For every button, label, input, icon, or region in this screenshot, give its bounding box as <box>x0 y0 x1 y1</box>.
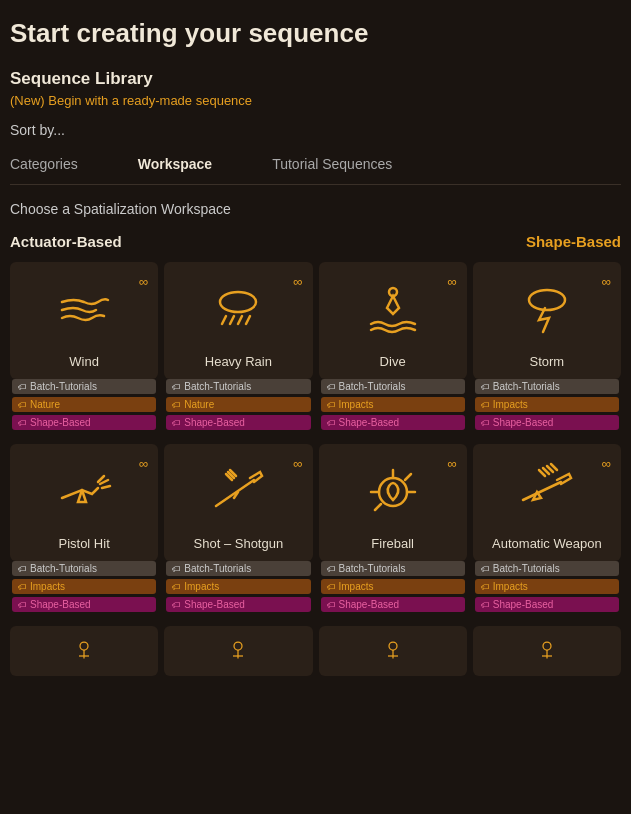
svg-line-19 <box>405 474 411 480</box>
card-shotgun-label: Shot – Shotgun <box>194 536 284 551</box>
rain-tag-nature[interactable]: 🏷Nature <box>166 397 310 412</box>
card-pistol-hit[interactable]: ∞ Pistol Hit 🏷Batch-Tutorials <box>10 444 158 616</box>
connect-icon-fireball: ∞ <box>447 456 456 471</box>
card-storm-inner[interactable]: ∞ Storm <box>473 262 621 379</box>
autoweapon-tag-batch[interactable]: 🏷Batch-Tutorials <box>475 561 619 576</box>
category-row: Actuator-Based Shape-Based <box>10 233 621 250</box>
page-title: Start creating your sequence <box>10 18 621 49</box>
rain-icon <box>208 280 268 340</box>
card-rain-icon-area: ∞ <box>170 270 306 350</box>
storm-tag-shape[interactable]: 🏷Shape-Based <box>475 415 619 430</box>
connect-icon-pistol: ∞ <box>139 456 148 471</box>
tag-icon: 🏷 <box>481 564 490 574</box>
storm-tag-impacts[interactable]: 🏷Impacts <box>475 397 619 412</box>
svg-line-8 <box>100 480 108 484</box>
card-bottom-4[interactable] <box>473 626 621 676</box>
card-auto-weapon[interactable]: ∞ Automatic Weapon <box>473 444 621 616</box>
card-pistol-label: Pistol Hit <box>58 536 109 551</box>
tag-icon: 🏷 <box>327 582 336 592</box>
card-fireball-inner[interactable]: ∞ Fireball <box>319 444 467 561</box>
autoweapon-tag-impacts[interactable]: 🏷Impacts <box>475 579 619 594</box>
connect-icon-storm: ∞ <box>602 274 611 289</box>
rain-tags: 🏷Batch-Tutorials 🏷Nature 🏷Shape-Based <box>164 379 312 434</box>
pistol-tag-impacts[interactable]: 🏷Impacts <box>12 579 156 594</box>
nav-tabs: Categories Workspace Tutorial Sequences <box>10 152 621 185</box>
rain-tag-batch[interactable]: 🏷Batch-Tutorials <box>166 379 310 394</box>
svg-line-25 <box>551 464 557 470</box>
bottom-icon-3 <box>378 636 408 666</box>
wind-tag-batch[interactable]: 🏷Batch-Tutorials <box>12 379 156 394</box>
card-pistol-icon-area: ∞ <box>16 452 152 532</box>
pistol-tag-shape[interactable]: 🏷Shape-Based <box>12 597 156 612</box>
svg-line-24 <box>547 466 553 472</box>
card-bottom-3[interactable] <box>319 626 467 676</box>
tag-icon: 🏷 <box>481 582 490 592</box>
tag-icon: 🏷 <box>327 400 336 410</box>
tag-icon: 🏷 <box>172 600 181 610</box>
wind-tag-shape[interactable]: 🏷Shape-Based <box>12 415 156 430</box>
tab-workspace[interactable]: Workspace <box>138 152 212 176</box>
card-autoweapon-inner[interactable]: ∞ Automatic Weapon <box>473 444 621 561</box>
tag-icon: 🏷 <box>18 600 27 610</box>
card-pistol-inner[interactable]: ∞ Pistol Hit <box>10 444 158 561</box>
fireball-tag-impacts[interactable]: 🏷Impacts <box>321 579 465 594</box>
svg-line-22 <box>539 470 545 476</box>
storm-tag-batch[interactable]: 🏷Batch-Tutorials <box>475 379 619 394</box>
shotgun-tag-impacts[interactable]: 🏷Impacts <box>166 579 310 594</box>
card-storm[interactable]: ∞ Storm 🏷Batch-Tutorials 🏷Impacts 🏷Shape… <box>473 262 621 434</box>
card-wind-inner[interactable]: ∞ Wind <box>10 262 158 379</box>
tag-icon: 🏷 <box>327 600 336 610</box>
tag-icon: 🏷 <box>481 382 490 392</box>
tag-icon: 🏷 <box>172 564 181 574</box>
wind-tag-nature[interactable]: 🏷Nature <box>12 397 156 412</box>
wind-tags: 🏷Batch-Tutorials 🏷Nature 🏷Shape-Based <box>10 379 158 434</box>
shotgun-tag-shape[interactable]: 🏷Shape-Based <box>166 597 310 612</box>
tag-icon: 🏷 <box>172 582 181 592</box>
rain-tag-shape[interactable]: 🏷Shape-Based <box>166 415 310 430</box>
svg-point-35 <box>543 642 551 650</box>
pistol-tag-batch[interactable]: 🏷Batch-Tutorials <box>12 561 156 576</box>
card-bottom-2[interactable] <box>164 626 312 676</box>
card-dive[interactable]: ∞ Dive 🏷Batch-Tutorials 🏷Impacts 🏷 <box>319 262 467 434</box>
autoweapon-tag-shape[interactable]: 🏷Shape-Based <box>475 597 619 612</box>
card-heavy-rain[interactable]: ∞ Heavy Rain 🏷Batch-Tutorials <box>164 262 312 434</box>
bottom-icon-1 <box>69 636 99 666</box>
connect-icon-rain: ∞ <box>293 274 302 289</box>
svg-point-26 <box>80 642 88 650</box>
card-grid-row2: ∞ Pistol Hit 🏷Batch-Tutorials <box>10 444 621 616</box>
card-wind[interactable]: ∞ Wind 🏷Batch-Tutorials 🏷Nature 🏷Shape-B… <box>10 262 158 434</box>
tag-icon: 🏷 <box>172 400 181 410</box>
svg-line-23 <box>543 468 549 474</box>
svg-point-29 <box>234 642 242 650</box>
tag-icon: 🏷 <box>327 382 336 392</box>
svg-point-32 <box>389 642 397 650</box>
dive-tag-batch[interactable]: 🏷Batch-Tutorials <box>321 379 465 394</box>
card-bottom-1[interactable] <box>10 626 158 676</box>
card-dive-inner[interactable]: ∞ Dive <box>319 262 467 379</box>
dive-tag-shape[interactable]: 🏷Shape-Based <box>321 415 465 430</box>
card-shotgun[interactable]: ∞ Shot – Shotgun 🏷Batc <box>164 444 312 616</box>
tag-icon: 🏷 <box>481 600 490 610</box>
tag-icon: 🏷 <box>327 564 336 574</box>
fireball-tag-shape[interactable]: 🏷Shape-Based <box>321 597 465 612</box>
card-shotgun-inner[interactable]: ∞ Shot – Shotgun <box>164 444 312 561</box>
new-sequence-link[interactable]: (New) Begin with a ready-made sequence <box>10 93 621 108</box>
tab-categories[interactable]: Categories <box>10 152 78 176</box>
dive-tag-impacts[interactable]: 🏷Impacts <box>321 397 465 412</box>
card-fireball-icon-area: ∞ <box>325 452 461 532</box>
bottom-icon-2 <box>223 636 253 666</box>
card-shotgun-icon-area: ∞ <box>170 452 306 532</box>
tag-icon: 🏷 <box>18 564 27 574</box>
wind-icon <box>54 280 114 340</box>
shotgun-tag-batch[interactable]: 🏷Batch-Tutorials <box>166 561 310 576</box>
connect-icon-wind: ∞ <box>139 274 148 289</box>
card-rain-label: Heavy Rain <box>205 354 272 369</box>
tag-icon: 🏷 <box>172 418 181 428</box>
card-autoweapon-label: Automatic Weapon <box>492 536 602 551</box>
card-fireball[interactable]: ∞ Fireball <box>319 444 467 616</box>
storm-icon <box>517 280 577 340</box>
fireball-tag-batch[interactable]: 🏷Batch-Tutorials <box>321 561 465 576</box>
shotgun-tags: 🏷Batch-Tutorials 🏷Impacts 🏷Shape-Based <box>164 561 312 616</box>
tab-tutorial-sequences[interactable]: Tutorial Sequences <box>272 152 392 176</box>
card-heavy-rain-inner[interactable]: ∞ Heavy Rain <box>164 262 312 379</box>
